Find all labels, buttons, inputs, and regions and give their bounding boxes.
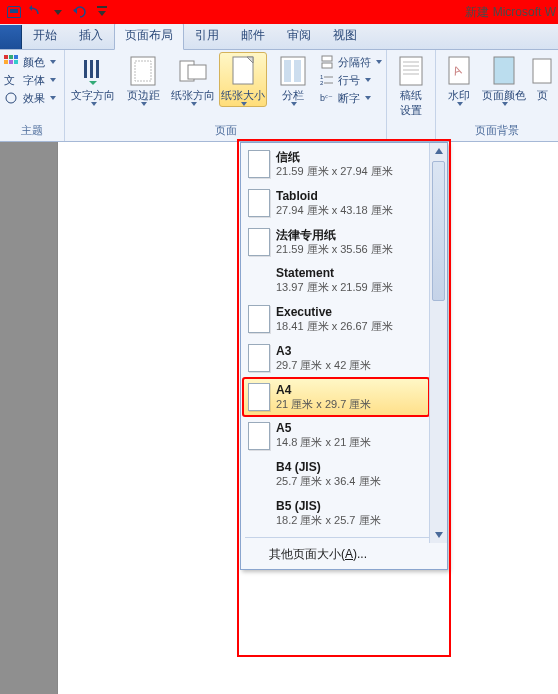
svg-rect-16 — [233, 57, 253, 84]
paper-settings-label1: 稿纸 — [400, 87, 422, 102]
svg-rect-21 — [322, 63, 332, 68]
ribbon: 颜色 文 字体 效果 主题 — [0, 50, 558, 142]
theme-colors-button[interactable]: 颜色 — [4, 54, 56, 70]
svg-text:2: 2 — [320, 80, 324, 86]
scroll-thumb[interactable] — [432, 161, 445, 301]
orientation-label: 纸张方向 — [171, 87, 215, 102]
paper-size-option[interactable]: B4 (JIS)25.7 厘米 x 36.4 厘米 — [243, 455, 429, 494]
svg-rect-9 — [84, 60, 87, 78]
breaks-label: 分隔符 — [338, 55, 371, 70]
more-pre: 其他页面大小( — [269, 547, 345, 561]
colors-icon — [4, 54, 20, 70]
columns-button[interactable]: 分栏 — [269, 52, 317, 107]
hyphenation-label: 断字 — [338, 91, 360, 106]
scroll-down-icon[interactable] — [430, 527, 447, 543]
group-page-background: A 水印 页面颜色 页 页面背景 — [436, 50, 558, 141]
tab-review[interactable]: 审阅 — [276, 22, 322, 49]
svg-rect-6 — [14, 60, 18, 64]
paper-size-dim: 13.97 厘米 x 21.59 厘米 — [276, 281, 393, 295]
qat-customize-icon[interactable] — [92, 2, 112, 22]
group-themes: 颜色 文 字体 效果 主题 — [0, 50, 65, 141]
hyphenation-button[interactable]: bᶜ⁻ 断字 — [319, 90, 382, 106]
effects-icon — [4, 90, 20, 106]
file-tab[interactable] — [0, 25, 22, 49]
scroll-up-icon[interactable] — [430, 143, 447, 159]
paper-size-name: A4 — [276, 383, 371, 398]
tab-references[interactable]: 引用 — [184, 22, 230, 49]
breaks-button[interactable]: 分隔符 — [319, 54, 382, 70]
paper-size-option[interactable]: 信纸21.59 厘米 x 27.94 厘米 — [243, 145, 429, 184]
separator — [245, 537, 443, 538]
paper-size-option[interactable]: A514.8 厘米 x 21 厘米 — [243, 416, 429, 455]
orientation-icon — [177, 55, 209, 87]
paper-size-option[interactable]: Tabloid27.94 厘米 x 43.18 厘米 — [243, 184, 429, 223]
paper-size-dim: 14.8 厘米 x 21 厘米 — [276, 436, 371, 450]
page-borders-icon — [526, 55, 558, 87]
more-paper-sizes-item[interactable]: 其他页面大小(A)... — [241, 540, 447, 569]
tab-page-layout[interactable]: 页面布局 — [114, 22, 184, 50]
group-paper: 稿纸 设置 — [387, 50, 436, 141]
watermark-icon: A — [443, 55, 475, 87]
paper-size-dim: 27.94 厘米 x 43.18 厘米 — [276, 204, 393, 218]
group-themes-label: 主题 — [4, 121, 60, 141]
redo-icon[interactable] — [70, 2, 90, 22]
qat-history-icon[interactable] — [4, 2, 24, 22]
ribbon-tabs: 开始 插入 页面布局 引用 邮件 审阅 视图 — [0, 24, 558, 50]
hyphenation-icon: bᶜ⁻ — [319, 90, 335, 106]
svg-text:bᶜ⁻: bᶜ⁻ — [320, 93, 333, 103]
text-direction-label: 文字方向 — [71, 87, 115, 102]
svg-rect-35 — [533, 59, 551, 83]
window-title: 新建 Microsoft W — [465, 0, 558, 24]
tab-home[interactable]: 开始 — [22, 22, 68, 49]
tab-mailings[interactable]: 邮件 — [230, 22, 276, 49]
page-color-button[interactable]: 页面颜色 — [480, 52, 528, 107]
paper-size-dim: 18.2 厘米 x 25.7 厘米 — [276, 514, 381, 528]
paper-size-icon — [227, 55, 259, 87]
paper-size-option[interactable]: A329.7 厘米 x 42 厘米 — [243, 339, 429, 378]
theme-effects-button[interactable]: 效果 — [4, 90, 56, 106]
orientation-button[interactable]: 纸张方向 — [169, 52, 217, 107]
paper-size-option[interactable]: Statement13.97 厘米 x 21.59 厘米 — [243, 261, 429, 300]
page-icon — [248, 383, 270, 411]
more-key: A — [345, 547, 353, 561]
group-paper-label — [391, 124, 431, 141]
undo-icon[interactable] — [26, 2, 46, 22]
watermark-button[interactable]: A 水印 — [440, 52, 478, 107]
paper-size-option[interactable]: B5 (JIS)18.2 厘米 x 25.7 厘米 — [243, 494, 429, 533]
undo-more-icon[interactable] — [48, 2, 68, 22]
paper-size-dim: 29.7 厘米 x 42 厘米 — [276, 359, 371, 373]
line-numbers-button[interactable]: 12 行号 — [319, 72, 382, 88]
paper-size-name: 法律专用纸 — [276, 228, 393, 243]
text-direction-button[interactable]: 文字方向 — [69, 52, 117, 107]
paper-settings-icon — [395, 55, 427, 87]
group-page-background-label: 页面背景 — [440, 121, 554, 141]
svg-rect-18 — [284, 60, 291, 82]
paper-size-label: 纸张大小 — [221, 87, 265, 102]
svg-text:文: 文 — [4, 74, 15, 86]
theme-fonts-button[interactable]: 文 字体 — [4, 72, 56, 88]
paper-size-option[interactable]: A421 厘米 x 29.7 厘米 — [243, 378, 429, 417]
page-borders-label: 页 — [537, 87, 548, 102]
svg-rect-2 — [9, 55, 13, 59]
page-color-label: 页面颜色 — [482, 87, 526, 102]
columns-label: 分栏 — [282, 87, 304, 102]
paper-settings-button[interactable]: 稿纸 设置 — [391, 52, 431, 118]
breaks-icon — [319, 54, 335, 70]
page-color-icon — [488, 55, 520, 87]
paper-size-button[interactable]: 纸张大小 — [219, 52, 267, 107]
paper-size-option[interactable]: Executive18.41 厘米 x 26.67 厘米 — [243, 300, 429, 339]
paper-size-dropdown: 信纸21.59 厘米 x 27.94 厘米Tabloid27.94 厘米 x 4… — [240, 142, 448, 570]
tab-insert[interactable]: 插入 — [68, 22, 114, 49]
page-icon — [248, 422, 270, 450]
page-borders-button[interactable]: 页 — [530, 52, 554, 103]
theme-colors-label: 颜色 — [23, 55, 45, 70]
margins-label: 页边距 — [127, 87, 160, 102]
line-numbers-icon: 12 — [319, 72, 335, 88]
dropdown-scrollbar[interactable] — [429, 143, 447, 543]
paper-size-name: 信纸 — [276, 150, 393, 165]
tab-view[interactable]: 视图 — [322, 22, 368, 49]
paper-size-option[interactable]: 法律专用纸21.59 厘米 x 35.56 厘米 — [243, 223, 429, 262]
paper-size-dim: 18.41 厘米 x 26.67 厘米 — [276, 320, 393, 334]
columns-icon — [277, 55, 309, 87]
margins-button[interactable]: 页边距 — [119, 52, 167, 107]
